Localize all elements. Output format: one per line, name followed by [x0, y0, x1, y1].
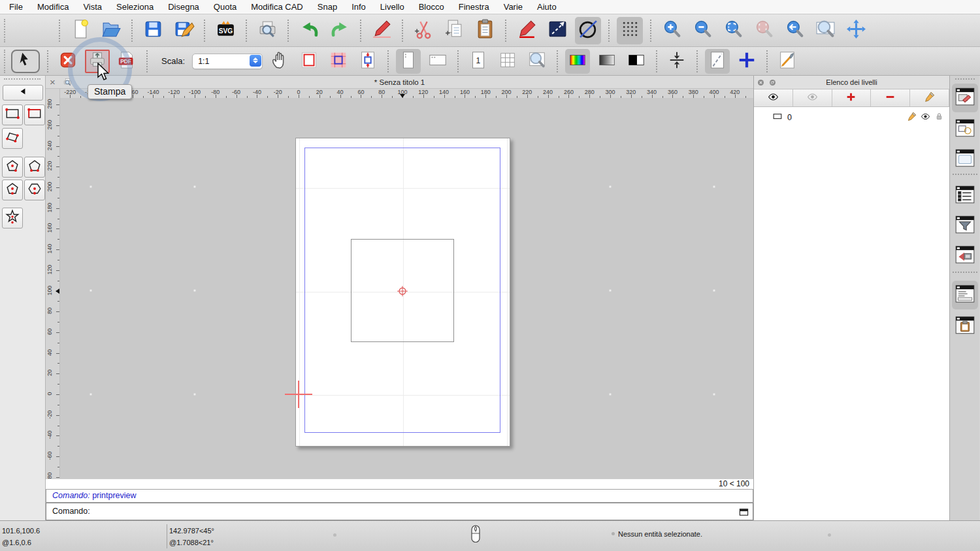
edit-layer-button[interactable] [910, 89, 949, 106]
zoom-page-button[interactable] [525, 49, 549, 74]
layers-dock-button[interactable] [952, 84, 978, 112]
preferences-button[interactable] [775, 49, 800, 74]
lineweight-display-button[interactable] [544, 17, 570, 44]
show-all-layers-button[interactable] [754, 89, 793, 106]
menu-modifica[interactable]: Modifica [37, 2, 69, 12]
pan-hand-icon [270, 50, 289, 72]
single-page-button[interactable]: 1 [466, 49, 491, 74]
origin-crosshair-button[interactable] [734, 49, 759, 74]
grid-toggle-button[interactable] [617, 17, 643, 44]
paste-button[interactable] [472, 17, 498, 44]
draft-mode-button[interactable] [705, 49, 730, 74]
zoom-previous-button[interactable] [781, 17, 808, 44]
v-ruler-label-280: 280 [46, 98, 53, 112]
multi-page-button[interactable] [495, 49, 520, 74]
zoom-auto-button[interactable] [720, 17, 746, 44]
blocks-dock-icon [954, 117, 976, 142]
menu-quota[interactable]: Quota [214, 2, 237, 12]
landscape-button[interactable] [425, 49, 450, 74]
rectangle-2corners-tool-button[interactable] [24, 104, 45, 125]
edit-attributes-button[interactable] [514, 17, 540, 44]
menu-snap[interactable]: Snap [318, 2, 337, 12]
edit-layer-pencil-icon[interactable] [907, 112, 917, 123]
print-preview-button[interactable] [254, 17, 280, 44]
selection-pointer-button[interactable] [11, 50, 40, 73]
grayscale-mode-button[interactable] [595, 49, 619, 74]
zoom-selection-button[interactable] [751, 17, 777, 44]
color-mode-button[interactable] [565, 49, 590, 74]
menu-livello[interactable]: Livello [380, 2, 404, 12]
compress-vertical-button[interactable] [664, 49, 689, 74]
menu-modifica-cad[interactable]: Modifica CAD [251, 2, 302, 12]
zoom-pan-button[interactable] [843, 17, 869, 44]
pan-hand-button[interactable] [267, 49, 292, 74]
page-margins-button[interactable] [326, 49, 351, 74]
library-dock-button[interactable] [952, 145, 978, 174]
menu-seleziona[interactable]: Seleziona [116, 2, 154, 12]
layer-visible-eye-icon[interactable] [921, 112, 930, 123]
open-file-button[interactable] [98, 17, 124, 44]
rectangle-rotated-icon [3, 128, 22, 149]
redo-button[interactable] [327, 17, 353, 44]
palette-drag-handle[interactable] [4, 78, 41, 80]
cut-button[interactable] [410, 17, 436, 44]
rectangle-size-icon [3, 104, 22, 125]
print-button[interactable] [85, 50, 110, 73]
zoom-in-button[interactable] [659, 17, 685, 44]
palette-back-button[interactable] [3, 85, 43, 101]
clipboard-dock-button[interactable] [952, 312, 978, 341]
hide-all-layers-button[interactable] [793, 89, 832, 106]
menu-blocco[interactable]: Blocco [419, 2, 444, 12]
dock-drag-handle[interactable] [955, 78, 975, 80]
blocks-dock-button[interactable] [952, 115, 978, 144]
stepper-icon[interactable] [250, 55, 261, 67]
selection-filter-dock-button[interactable] [952, 212, 978, 240]
hexagon-tool-button[interactable] [24, 180, 45, 200]
fit-to-page-icon [358, 50, 378, 72]
entity-list-dock-icon [954, 183, 976, 208]
linetype-display-button[interactable] [575, 17, 601, 44]
paper-border-button[interactable] [297, 49, 321, 74]
save-as-button[interactable] [171, 17, 197, 44]
menu-aiuto[interactable]: Aiuto [537, 2, 557, 12]
menu-file[interactable]: File [9, 2, 23, 12]
rectangle-rotated-tool-button[interactable] [2, 128, 23, 149]
command-history: Comando: printpreview [46, 489, 753, 503]
grid-status-bar: 10 < 100 [46, 479, 753, 489]
add-layer-button[interactable] [832, 89, 872, 106]
svg-export-button[interactable]: SVG [212, 17, 238, 44]
delete-entities-button[interactable] [368, 17, 395, 44]
blackwhite-mode-button[interactable] [624, 49, 649, 74]
copy-button[interactable] [441, 17, 467, 44]
polygon-center-side-tool-button[interactable] [2, 180, 23, 200]
star-tool-button[interactable] [2, 208, 23, 228]
command-input[interactable]: Comando: [46, 503, 753, 520]
entity-list-dock-button[interactable] [952, 181, 978, 210]
layer-row[interactable]: 0 [754, 111, 949, 124]
menu-vista[interactable]: Vista [83, 2, 102, 12]
undo-button[interactable] [296, 17, 322, 44]
portrait-button[interactable] [396, 49, 421, 74]
layer-lock-icon[interactable] [934, 112, 944, 123]
v-ruler-label-100: 100 [46, 283, 53, 298]
new-file-button[interactable] [67, 17, 93, 44]
v-ruler-label--60: -60 [46, 448, 53, 464]
scale-select[interactable]: 1:1 [192, 54, 263, 69]
menu-finestra[interactable]: Finestra [459, 2, 489, 12]
rectangle-size-tool-button[interactable] [2, 104, 23, 125]
fit-to-page-button[interactable] [355, 49, 380, 74]
drawing-canvas[interactable] [60, 98, 753, 479]
polygon-center-corner-tool-button[interactable] [2, 157, 23, 178]
zoom-out-button[interactable] [689, 17, 715, 44]
close-print-preview-button[interactable] [56, 49, 80, 74]
menu-info[interactable]: Info [351, 2, 366, 12]
polygon-2corners-tool-button[interactable] [24, 157, 45, 178]
viewport-dock-button[interactable] [952, 242, 978, 270]
command-line-dock-button[interactable] [952, 281, 978, 309]
save-button[interactable] [140, 17, 166, 44]
remove-layer-button[interactable] [871, 89, 910, 106]
menu-varie[interactable]: Varie [504, 2, 523, 12]
pdf-export-button[interactable]: PDF [114, 49, 139, 74]
menu-disegna[interactable]: Disegna [168, 2, 199, 12]
zoom-window-button[interactable] [812, 17, 838, 44]
